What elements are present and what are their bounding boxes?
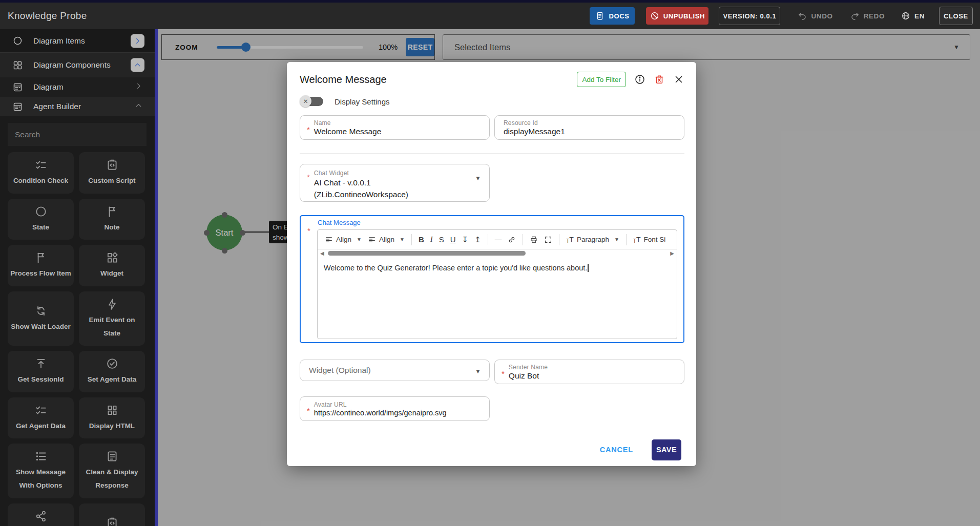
italic-button[interactable]: I bbox=[427, 235, 436, 244]
circle-icon bbox=[34, 205, 48, 218]
palette-item-clean-display-response[interactable]: Clean & Display Response bbox=[79, 444, 145, 498]
flag-icon bbox=[106, 205, 119, 218]
redo-button[interactable]: REDO bbox=[850, 11, 885, 20]
underline-button[interactable]: U bbox=[447, 235, 459, 244]
resource-id-value: displayMessage1 bbox=[504, 127, 565, 136]
avatar-url-field[interactable]: * Avatar URL https://contineo.world/imgs… bbox=[300, 396, 490, 421]
unpublish-button[interactable]: UNPUBLISH bbox=[646, 7, 708, 25]
palette-item-get-sessionid[interactable]: Get SessionId bbox=[8, 351, 74, 392]
palette-item-state[interactable]: State bbox=[8, 199, 74, 240]
redo-icon bbox=[850, 11, 860, 20]
align-bottom-button[interactable]: ↧ bbox=[459, 235, 472, 244]
name-field-value: Welcome Message bbox=[314, 127, 382, 136]
display-settings-row: ✕ Display Settings bbox=[300, 95, 684, 108]
palette-item-condition-check[interactable]: Condition Check bbox=[8, 152, 74, 194]
docs-button[interactable]: DOCS bbox=[590, 7, 635, 25]
text-format-icon: TT bbox=[566, 236, 574, 244]
palette-item-call-genai-pipeline[interactable]: Call GenAI Pipeline bbox=[8, 503, 74, 526]
chat-widget-value-line1: AI Chat - v.0.0.1 bbox=[314, 177, 408, 188]
sender-name-field[interactable]: * Sender Name Quiz Bot bbox=[494, 360, 684, 384]
palette-item-set-agent-data[interactable]: Set Agent Data bbox=[79, 351, 145, 392]
chat-widget-value-line2: (ZLib.ContineoWorkspace) bbox=[314, 189, 408, 200]
check-circle-icon bbox=[106, 357, 119, 370]
cancel-button[interactable]: CANCEL bbox=[600, 446, 633, 454]
align-top-button[interactable]: ↥ bbox=[471, 235, 484, 244]
delete-icon[interactable] bbox=[654, 74, 665, 85]
expand-toggle-button[interactable] bbox=[131, 34, 144, 48]
clipboard-code-icon bbox=[106, 516, 119, 526]
sidebar-item-agent-builder[interactable]: Agent Builder bbox=[0, 97, 158, 116]
chevron-down-icon: ▼ bbox=[400, 237, 405, 242]
component-palette: Condition CheckCustom ScriptStateNotePro… bbox=[0, 152, 158, 526]
expand-toggle-button[interactable] bbox=[131, 58, 144, 72]
close-app-button[interactable]: CLOSE bbox=[939, 7, 973, 25]
palette-item-label: Set Agent Data bbox=[88, 373, 137, 386]
version-button[interactable]: VERSION: 0.0.1 bbox=[719, 7, 780, 25]
chat-message-text: Welcome to the Quiz Generator! Please en… bbox=[324, 264, 587, 272]
chevron-down-icon: ▼ bbox=[475, 368, 481, 375]
palette-item-widget[interactable]: Widget bbox=[79, 245, 145, 286]
document-icon bbox=[595, 11, 604, 20]
scrollbar-track[interactable] bbox=[327, 251, 668, 256]
resource-id-field[interactable]: Resource Id displayMessage1 bbox=[494, 115, 684, 140]
palette-item-label: Condition Check bbox=[13, 174, 68, 187]
toolbar-separator bbox=[488, 234, 488, 245]
font-size-dropdown[interactable]: TT Font Si bbox=[630, 236, 669, 244]
widget-optional-select[interactable]: Widget (Optional) ▼ bbox=[300, 360, 490, 381]
bold-button[interactable]: B bbox=[415, 235, 427, 244]
avatar-url-value: https://contineo.world/imgs/genaipro.svg bbox=[314, 409, 447, 417]
panel-list-icon bbox=[12, 82, 23, 93]
required-asterisk: * bbox=[307, 226, 310, 235]
link-button[interactable] bbox=[505, 236, 519, 244]
sidebar-item-diagram[interactable]: Diagram bbox=[0, 77, 158, 97]
undo-button[interactable]: UNDO bbox=[798, 11, 832, 20]
undo-label: UNDO bbox=[811, 12, 832, 20]
search-wrap bbox=[0, 116, 158, 152]
palette-item-process-flow-item[interactable]: Process Flow Item bbox=[8, 245, 74, 286]
palette-item-label: Process Flow Item bbox=[10, 267, 71, 280]
sidebar-item-diagram-components[interactable]: Diagram Components bbox=[0, 53, 158, 77]
bolt-icon bbox=[106, 298, 119, 311]
redo-label: REDO bbox=[864, 12, 885, 20]
required-asterisk: * bbox=[307, 125, 310, 134]
undo-icon bbox=[798, 11, 807, 20]
chat-widget-select[interactable]: * Chat Widget AI Chat - v.0.0.1 (ZLib.Co… bbox=[300, 164, 490, 202]
clipboard-list-icon bbox=[106, 450, 119, 463]
chevron-down-icon: ▼ bbox=[614, 237, 619, 242]
palette-item-display-html[interactable]: Display HTML bbox=[79, 397, 145, 439]
add-to-filter-button[interactable]: Add To Filter bbox=[577, 72, 626, 87]
chat-message-input[interactable]: Welcome to the Quiz Generator! Please en… bbox=[318, 257, 677, 339]
palette-item-note[interactable]: Note bbox=[79, 199, 145, 240]
strikethrough-button[interactable]: S bbox=[436, 235, 447, 244]
display-settings-toggle[interactable]: ✕ bbox=[300, 95, 325, 108]
fullscreen-button[interactable] bbox=[541, 236, 555, 244]
close-icon[interactable] bbox=[673, 74, 684, 85]
toggle-thumb-x-icon: ✕ bbox=[300, 95, 311, 107]
horizontal-rule-button[interactable]: — bbox=[492, 236, 505, 243]
palette-item-display-message[interactable]: Display Message bbox=[79, 503, 145, 526]
scrollbar-thumb[interactable] bbox=[328, 251, 526, 256]
version-label: VERSION: 0.0.1 bbox=[723, 12, 777, 20]
align-label: Align bbox=[336, 236, 351, 243]
save-button[interactable]: SAVE bbox=[652, 439, 681, 460]
scroll-right-arrow[interactable]: ▶ bbox=[670, 250, 674, 256]
info-icon[interactable] bbox=[634, 74, 645, 85]
flag-icon bbox=[34, 251, 48, 264]
palette-item-show-wait-loader[interactable]: Show Wait Loader bbox=[8, 291, 74, 346]
paragraph-dropdown[interactable]: TT Paragraph ▼ bbox=[563, 236, 622, 244]
sidebar-item-diagram-items[interactable]: Diagram Items bbox=[0, 29, 158, 53]
palette-item-get-agent-data[interactable]: Get Agent Data bbox=[8, 397, 74, 439]
palette-item-emit-event-on-state[interactable]: Emit Event on State bbox=[79, 291, 145, 346]
widget-optional-label: Widget (Optional) bbox=[309, 366, 371, 375]
section-divider bbox=[300, 154, 684, 154]
align-dropdown-2[interactable]: Align ▼ bbox=[365, 236, 408, 244]
language-selector[interactable]: EN bbox=[901, 11, 925, 20]
search-input[interactable] bbox=[8, 123, 147, 146]
align-icon bbox=[368, 236, 376, 244]
align-dropdown-1[interactable]: Align ▼ bbox=[322, 236, 365, 244]
palette-item-show-message-with-options[interactable]: Show Message With Options bbox=[8, 444, 74, 498]
name-field[interactable]: * Name Welcome Message bbox=[300, 115, 490, 140]
print-button[interactable] bbox=[527, 236, 541, 244]
scroll-left-arrow[interactable]: ◀ bbox=[320, 250, 324, 256]
palette-item-custom-script[interactable]: Custom Script bbox=[79, 152, 145, 194]
